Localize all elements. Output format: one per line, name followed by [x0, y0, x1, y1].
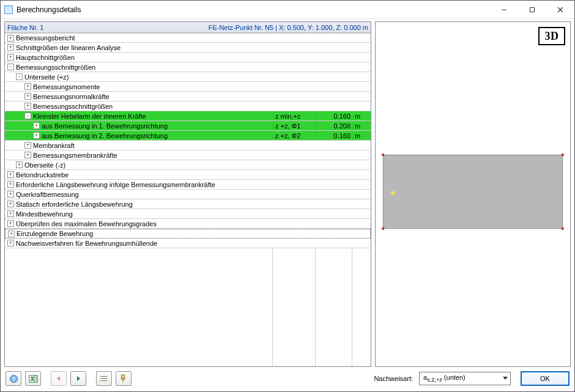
tree-row[interactable]: +Nachweisverfahren für Bewehrungsumhülle… — [5, 239, 371, 248]
unit-cell: m — [352, 122, 371, 130]
tree-row[interactable]: +Erforderliche Längsbewehrung infolge Be… — [5, 180, 371, 190]
tree-row-label: Schnittgrößen der linearen Analyse — [16, 44, 121, 51]
symbol-cell: z +z, Φ2 — [273, 132, 316, 139]
tree-row[interactable]: +Membrankraft — [5, 141, 371, 150]
tree-row-label: Statisch erforderliche Längsbewehrung — [16, 201, 133, 208]
tree-row-label: Unterseite (+z) — [24, 73, 69, 81]
close-button[interactable] — [546, 1, 574, 18]
surface-id: Fläche Nr. 1 — [7, 24, 43, 31]
expand-icon[interactable]: + — [7, 210, 14, 217]
tree-row-label: Bemessungsschnittgrößen — [33, 103, 113, 110]
tree-row[interactable]: +Bemessungsmembrankräfte — [5, 150, 371, 160]
svg-marker-17 — [77, 376, 80, 381]
tree-row-label: Bemessungsmomente — [33, 83, 100, 91]
expand-icon[interactable]: + — [8, 231, 15, 237]
maximize-button[interactable] — [518, 1, 546, 18]
tree-row[interactable]: +Schnittgrößen der linearen Analyse — [5, 43, 371, 53]
tree-row[interactable]: +aus Bemessung in 1. Bewehrungsrichtungz… — [5, 121, 371, 131]
svg-rect-4 — [383, 155, 563, 229]
expand-icon[interactable]: + — [7, 171, 14, 178]
help-button[interactable]: ? — [6, 371, 21, 386]
viewport-3d[interactable]: 3D — [375, 21, 571, 367]
titlebar: Berechnungsdetails — [1, 1, 574, 19]
list-button[interactable] — [96, 371, 112, 386]
tree-row[interactable]: -Kleinster Hebelarm der inneren Kräftez … — [5, 111, 371, 121]
svg-point-5 — [382, 153, 384, 156]
tree-row-label: aus Bemessung in 2. Bewehrungsrichtung — [42, 132, 168, 139]
fe-point-info: FE-Netz-Punkt Nr. N5 | X: 0.500, Y: 1.00… — [209, 24, 368, 31]
tree-filler — [5, 248, 371, 366]
tree-row[interactable]: +Statisch erforderliche Längsbewehrung — [5, 199, 371, 209]
expand-icon[interactable]: + — [7, 220, 14, 227]
tree-row[interactable]: +Bemessungsbericht — [5, 33, 371, 43]
value-cell: 0.160 — [316, 113, 352, 120]
pin-button[interactable] — [116, 371, 132, 386]
tree-row[interactable]: +Oberseite (-z) — [5, 160, 371, 170]
tree-row[interactable]: +Überprüfen des maximalen Bewehrungsgrad… — [5, 219, 371, 229]
svg-point-23 — [100, 380, 101, 382]
tree-row[interactable]: -Bemessungsschnittgrößen — [5, 62, 371, 72]
expand-icon[interactable]: + — [24, 152, 31, 158]
expand-icon[interactable]: + — [7, 35, 14, 42]
expand-icon[interactable]: + — [24, 142, 31, 149]
expand-icon[interactable]: + — [24, 103, 31, 109]
tree-row-label: Betondruckstrebe — [16, 171, 69, 179]
expand-icon[interactable]: + — [7, 44, 14, 51]
expand-icon[interactable]: + — [7, 240, 14, 246]
tree-row-label: Überprüfen des maximalen Bewehrungsgrade… — [16, 220, 157, 227]
prev-button[interactable] — [51, 371, 67, 386]
expand-icon[interactable]: + — [7, 181, 14, 188]
tree-row-label: Bemessungsnormalkräfte — [33, 93, 109, 100]
footer: ? Nachweisart: as,2,+z (unten) — [4, 369, 571, 388]
svg-rect-14 — [34, 377, 37, 379]
tree-row[interactable]: +Betondruckstrebe — [5, 170, 371, 180]
tree-row[interactable]: -Unterseite (+z) — [5, 72, 371, 82]
nachweisart-select[interactable]: as,2,+z (unten) — [419, 372, 511, 385]
svg-point-21 — [100, 376, 101, 377]
collapse-icon[interactable]: - — [24, 113, 31, 119]
unit-cell: m — [352, 132, 371, 139]
ok-button[interactable]: OK — [521, 371, 569, 386]
tree-row[interactable]: +Bemessungsschnittgrößen — [5, 102, 371, 111]
tree-row[interactable]: +Querkraftbemessung — [5, 190, 371, 199]
expand-icon[interactable]: + — [7, 201, 14, 207]
expand-icon[interactable]: + — [7, 54, 14, 61]
collapse-icon[interactable]: - — [16, 73, 23, 80]
value-cell: 0.160 — [316, 132, 352, 139]
collapse-icon[interactable]: - — [7, 64, 14, 70]
tree-row[interactable]: +Einzulegende Bewehrung — [5, 229, 371, 239]
expand-icon[interactable]: + — [33, 132, 40, 139]
tree-row-label: Oberseite (-z) — [24, 161, 65, 169]
tree-row-label: Bemessungsschnittgrößen — [16, 64, 95, 71]
tree-pane: Fläche Nr. 1 FE-Netz-Punkt Nr. N5 | X: 0… — [4, 21, 371, 367]
expand-icon[interactable]: + — [24, 93, 31, 100]
svg-rect-24 — [122, 375, 125, 379]
svg-marker-25 — [121, 379, 125, 380]
minimize-button[interactable] — [490, 1, 518, 18]
expand-icon[interactable]: + — [16, 161, 23, 168]
expand-icon[interactable]: + — [7, 191, 14, 198]
window-title: Berechnungsdetails — [17, 6, 490, 14]
badge-3d: 3D — [538, 27, 565, 45]
tree-row-label: Membrankraft — [33, 142, 75, 149]
expand-icon[interactable]: + — [24, 83, 31, 90]
tree-row[interactable]: +Hauptschnittgrößen — [5, 53, 371, 62]
tree[interactable]: +Bemessungsbericht+Schnittgrößen der lin… — [5, 33, 371, 248]
tree-row-label: Kleinster Hebelarm der inneren Kräfte — [33, 113, 146, 120]
symbol-cell: z +z, Φ1 — [273, 122, 316, 130]
svg-rect-1 — [530, 7, 535, 12]
tree-row-label: Nachweisverfahren für Bewehrungsumhüllen… — [16, 240, 157, 247]
app-icon — [4, 6, 13, 14]
unit-cell: m — [352, 113, 371, 120]
export-excel-button[interactable] — [25, 371, 41, 386]
next-button[interactable] — [70, 371, 86, 386]
svg-rect-15 — [34, 379, 37, 381]
tree-row[interactable]: +aus Bemessung in 2. Bewehrungsrichtungz… — [5, 131, 371, 141]
tree-row-label: Mindestbewehrung — [16, 210, 73, 218]
expand-icon[interactable]: + — [33, 122, 40, 129]
tree-row[interactable]: +Mindestbewehrung — [5, 209, 371, 219]
tree-row-label: Bemessungsmembrankräfte — [33, 152, 117, 159]
tree-row[interactable]: +Bemessungsnormalkräfte — [5, 92, 371, 102]
tree-row[interactable]: +Bemessungsmomente — [5, 82, 371, 92]
svg-point-7 — [382, 227, 384, 230]
